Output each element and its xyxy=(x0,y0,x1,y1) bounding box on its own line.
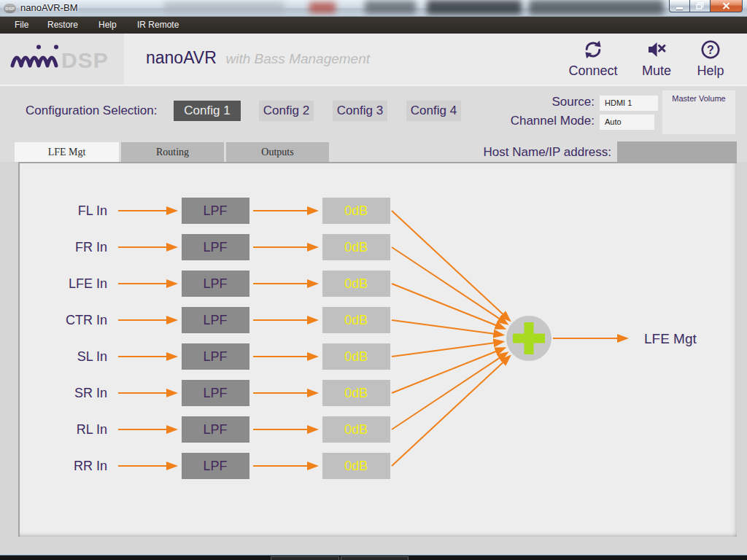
app-subtitle: with Bass Management xyxy=(226,51,371,66)
app-title: nanoAVR with Bass Management xyxy=(146,48,370,68)
gain-label: 0dB xyxy=(344,240,368,254)
menu-restore[interactable]: Restore xyxy=(47,17,78,34)
config-1-button[interactable]: Config 1 xyxy=(174,101,241,121)
menu-file[interactable]: File xyxy=(15,17,28,34)
flow-arrow xyxy=(392,362,503,466)
source-label: Source: xyxy=(503,95,595,109)
flow-arrow xyxy=(392,351,496,393)
master-volume-panel: Master Volume xyxy=(662,90,735,134)
gain-label: 0dB xyxy=(344,386,368,400)
channel-label-fl-in: FL In xyxy=(78,203,107,218)
app-icon: DSP xyxy=(4,4,16,13)
background-blur xyxy=(365,1,416,14)
help-icon: ? xyxy=(700,39,721,60)
lpf-label: LPF xyxy=(203,459,227,473)
channel-mode-select[interactable]: Auto xyxy=(600,114,654,130)
lpf-label: LPF xyxy=(203,240,227,254)
flow-arrow xyxy=(392,284,496,325)
mute-label: Mute xyxy=(627,63,686,79)
window-title: nanoAVR-BM xyxy=(20,2,78,13)
menu-bar: File Restore Help IR Remote xyxy=(0,17,747,34)
lpf-label: LPF xyxy=(203,422,227,437)
tab-outputs[interactable]: Outputs xyxy=(226,142,329,162)
application-window: DSP nanoAVR-BM File Restore Help IR Remo… xyxy=(0,0,747,560)
channel-mode-label: Channel Mode: xyxy=(467,114,595,128)
svg-text:DSP: DSP xyxy=(61,48,109,72)
window-titlebar[interactable]: DSP nanoAVR-BM xyxy=(0,0,747,17)
taskbar-button[interactable] xyxy=(341,556,409,560)
config-2-button[interactable]: Config 2 xyxy=(259,101,314,121)
gain-label: 0dB xyxy=(344,313,368,327)
channel-label-rr-in: RR In xyxy=(74,459,107,473)
close-icon xyxy=(722,2,730,9)
host-name-input[interactable] xyxy=(617,141,737,162)
minidsp-logo: DSP xyxy=(0,34,124,85)
menu-ir-remote[interactable]: IR Remote xyxy=(137,17,179,34)
gain-label: 0dB xyxy=(344,459,368,473)
background-blur xyxy=(529,0,664,15)
config-3-button[interactable]: Config 3 xyxy=(333,101,387,121)
svg-text:?: ? xyxy=(707,44,714,56)
taskbar-button[interactable] xyxy=(271,556,339,560)
taskbar-sliver xyxy=(0,555,747,560)
connect-label: Connect xyxy=(564,63,622,79)
minimize-icon xyxy=(676,7,683,9)
minimize-button[interactable] xyxy=(669,0,690,12)
gain-label: 0dB xyxy=(344,349,368,364)
flow-arrow xyxy=(392,211,503,314)
header: DSP nanoAVR with Bass Management Connect… xyxy=(0,34,747,85)
gain-label: 0dB xyxy=(344,276,368,291)
connect-button[interactable]: Connect xyxy=(564,39,622,79)
flow-arrow xyxy=(392,247,500,319)
master-volume-label: Master Volume xyxy=(672,94,725,103)
lpf-label: LPF xyxy=(203,203,227,218)
lpf-label: LPF xyxy=(203,276,227,291)
help-label: Help xyxy=(681,63,740,79)
sync-icon xyxy=(583,39,603,60)
flow-arrow xyxy=(392,320,494,334)
channel-label-rl-in: RL In xyxy=(77,422,107,437)
config-band: Configuration Selection: Config 1 Config… xyxy=(0,85,747,162)
gain-label: 0dB xyxy=(344,422,368,437)
gain-label: 0dB xyxy=(344,203,368,218)
background-blur xyxy=(164,2,285,13)
restore-button[interactable] xyxy=(690,0,710,12)
config-4-button[interactable]: Config 4 xyxy=(406,101,461,121)
tab-lfe-mgt[interactable]: LFE Mgt xyxy=(15,142,119,162)
mute-icon xyxy=(646,39,667,60)
output-label: LFE Mgt xyxy=(644,331,697,346)
lpf-label: LPF xyxy=(203,349,227,364)
tab-routing[interactable]: Routing xyxy=(121,142,224,162)
lpf-label: LPF xyxy=(203,386,227,400)
lfe-mgt-panel: FL InLPF0dBFR InLPF0dBLFE InLPF0dBCTR In… xyxy=(18,162,737,537)
minidsp-logo-icon: DSP xyxy=(9,44,118,76)
background-blur xyxy=(427,0,522,15)
help-button[interactable]: ? Help xyxy=(681,39,740,79)
mute-button[interactable]: Mute xyxy=(627,39,686,79)
signal-flow-diagram: FL InLPF0dBFR InLPF0dBLFE InLPF0dBCTR In… xyxy=(20,163,737,537)
channel-label-fr-in: FR In xyxy=(75,240,107,254)
channel-label-sl-in: SL In xyxy=(77,349,107,364)
host-name-label: Host Name/IP address: xyxy=(438,145,611,160)
channel-label-sr-in: SR In xyxy=(74,386,107,400)
lpf-label: LPF xyxy=(203,313,227,327)
menu-help[interactable]: Help xyxy=(98,17,117,34)
plus-icon xyxy=(525,322,534,354)
background-blur xyxy=(309,2,336,13)
close-button[interactable] xyxy=(710,0,743,12)
channel-label-ctr-in: CTR In xyxy=(66,313,107,327)
channel-label-lfe-in: LFE In xyxy=(69,276,107,291)
restore-icon xyxy=(696,2,704,9)
flow-arrow xyxy=(392,358,500,429)
configuration-selection-label: Configuration Selection: xyxy=(26,104,158,118)
source-select[interactable]: HDMI 1 xyxy=(600,96,658,111)
flow-arrow xyxy=(392,343,494,357)
